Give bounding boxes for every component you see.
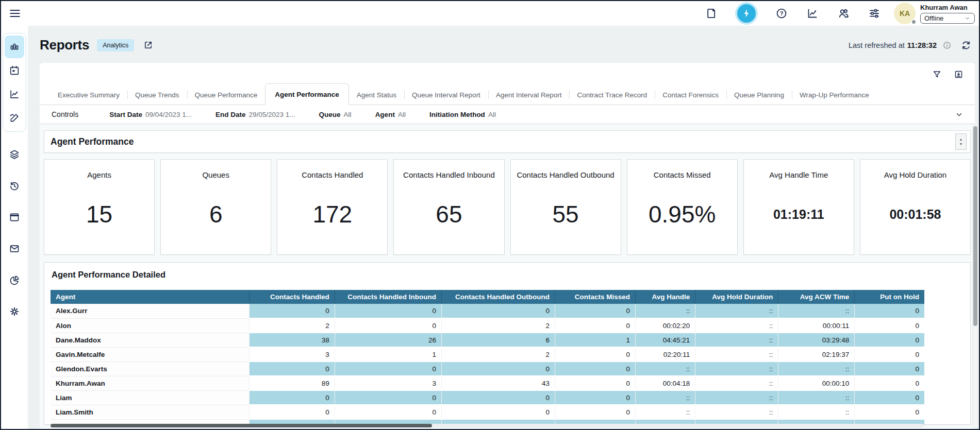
external-link-icon[interactable] [143, 40, 154, 50]
metric-cell: 0 [555, 362, 636, 376]
main-area: Reports Analytics Last refreshed at 11:2… [28, 26, 979, 429]
report-tabs: Executive SummaryQueue TrendsQueue Perfo… [40, 79, 975, 105]
metrics-chart-icon[interactable] [806, 7, 819, 20]
metric-cell: :: [636, 362, 695, 376]
refresh-icon[interactable] [960, 40, 972, 51]
kpi-card-contacts-handled: Contacts Handled172 [277, 159, 388, 255]
kpi-value: 0.95% [649, 179, 716, 254]
agent-name-cell: Liam.Smith [51, 405, 249, 419]
kpi-label: Contacts Handled Inbound [403, 170, 495, 179]
tab-contract-trace-record[interactable]: Contract Trace Record [569, 87, 655, 105]
metric-cell: :: [695, 318, 778, 333]
kpi-value: 15 [86, 179, 112, 254]
notes-icon[interactable] [705, 7, 718, 20]
section-title: Agent Performance [51, 136, 134, 147]
metric-cell: 0 [249, 405, 335, 419]
metric-cell: 43 [441, 376, 555, 390]
metric-cell: 0 [855, 376, 924, 390]
metric-cell: 2 [441, 318, 555, 333]
help-icon[interactable]: ? [775, 7, 788, 20]
sidebar-item-layers[interactable] [5, 143, 24, 166]
agent-name-cell: Khurram.Awan [51, 376, 249, 390]
tab-queue-interval-report[interactable]: Queue Interval Report [404, 87, 488, 105]
refresh-area: Last refreshed at 11:28:32 [849, 40, 972, 51]
metric-cell: 0 [855, 362, 924, 376]
kpi-value: 01:19:11 [773, 179, 824, 254]
tab-queue-trends[interactable]: Queue Trends [127, 87, 187, 105]
filter-initiation-method[interactable]: Initiation MethodAll [429, 111, 496, 118]
app-window: ? KA Khurram Awan Offline Reports Anal [0, 0, 980, 430]
metric-cell: 0 [555, 405, 636, 419]
sidebar-item-window[interactable] [5, 206, 24, 229]
download-icon[interactable] [954, 70, 964, 79]
metric-cell: :: [778, 405, 855, 419]
metric-cell: 0 [249, 390, 335, 405]
tab-queue-planning[interactable]: Queue Planning [726, 87, 792, 105]
report-panel: Executive SummaryQueue TrendsQueue Perfo… [40, 63, 975, 429]
metric-cell: :: [695, 347, 778, 362]
status-value: Offline [924, 14, 943, 22]
filter-agent[interactable]: AgentAll [375, 111, 406, 118]
column-header-contacts-handled-outbound: Contacts Handled Outbound [441, 290, 555, 304]
tab-agent-performance[interactable]: Agent Performance [265, 83, 349, 105]
table-row: Gavin.Metcalfe312002:20:11::02:19:370 [51, 347, 924, 362]
metric-cell: 3 [249, 347, 335, 362]
sidebar-item-design[interactable] [5, 107, 24, 129]
menu-icon[interactable] [8, 7, 22, 20]
tab-agent-interval-report[interactable]: Agent Interval Report [488, 87, 570, 105]
column-header-put-on-hold: Put on Hold [855, 290, 924, 304]
avatar[interactable]: KA [894, 3, 916, 24]
metric-cell: 3 [335, 376, 441, 390]
metric-cell: 0 [855, 304, 924, 318]
controls-label: Controls [52, 110, 78, 118]
sidebar-item-pie-chart[interactable] [5, 269, 24, 291]
metric-cell: :: [695, 390, 778, 405]
tab-contact-forensics[interactable]: Contact Forensics [655, 87, 726, 105]
metric-cell: 6 [441, 333, 555, 347]
metric-cell: 0 [249, 304, 335, 318]
metric-cell: 00:02:20 [636, 318, 695, 333]
vertical-scrollbar-thumb[interactable] [973, 126, 977, 326]
sidebar-item-calendar[interactable] [5, 59, 24, 82]
tab-queue-performance[interactable]: Queue Performance [187, 87, 265, 105]
horizontal-scrollbar[interactable] [51, 424, 924, 427]
metric-cell: :: [636, 304, 695, 318]
filter-end-date[interactable]: End Date29/05/2023 1... [215, 111, 295, 118]
controls-expand-icon[interactable] [955, 110, 964, 119]
kpi-label: Contacts Missed [654, 170, 711, 179]
kpi-label: Queues [202, 170, 229, 179]
info-icon[interactable] [942, 41, 952, 50]
kpi-label: Contacts Handled [302, 170, 363, 179]
sidebar-item-mail[interactable] [5, 237, 24, 260]
filter-start-date[interactable]: Start Date09/04/2023 1... [109, 111, 192, 118]
vertical-scrollbar[interactable] [972, 125, 977, 427]
agent-name-cell: Alex.Gurr [51, 304, 249, 318]
column-header-contacts-handled-inbound: Contacts Handled Inbound [335, 290, 441, 304]
tab-executive-summary[interactable]: Executive Summary [50, 87, 127, 105]
filter-icon[interactable] [932, 70, 942, 79]
horizontal-scrollbar-thumb[interactable] [51, 424, 432, 427]
metric-cell: :: [636, 405, 695, 419]
kpi-value: 00:01:58 [889, 179, 941, 254]
kpi-value: 6 [209, 179, 223, 254]
settings-sliders-icon[interactable] [868, 7, 881, 20]
users-icon[interactable] [837, 7, 850, 20]
stepper-control[interactable]: ▲▼ [955, 133, 967, 150]
kpi-card-avg-hold-duration: Avg Hold Duration00:01:58 [860, 159, 971, 255]
metric-cell: :: [695, 362, 778, 376]
filter-queue[interactable]: QueueAll [319, 111, 352, 118]
sidebar-item-metrics[interactable] [5, 83, 24, 106]
svg-text:?: ? [780, 10, 784, 16]
tab-agent-status[interactable]: Agent Status [349, 87, 404, 105]
sidebar-item-history[interactable] [5, 175, 24, 197]
tab-wrap-up-performance[interactable]: Wrap-Up Performance [792, 87, 877, 105]
metric-cell: :: [695, 304, 778, 318]
agent-name-cell: Liam [51, 390, 249, 405]
metric-cell: 0 [855, 318, 924, 333]
status-dropdown[interactable]: Offline [920, 13, 975, 24]
sidebar-item-settings[interactable] [5, 300, 24, 323]
bolt-icon[interactable] [737, 4, 756, 23]
agent-name-cell: Dane.Maddox [51, 333, 249, 347]
sidebar-item-reports[interactable] [5, 36, 24, 58]
table-row: Khurram.Awan89343000:04:18::00:00:100 [51, 376, 924, 390]
